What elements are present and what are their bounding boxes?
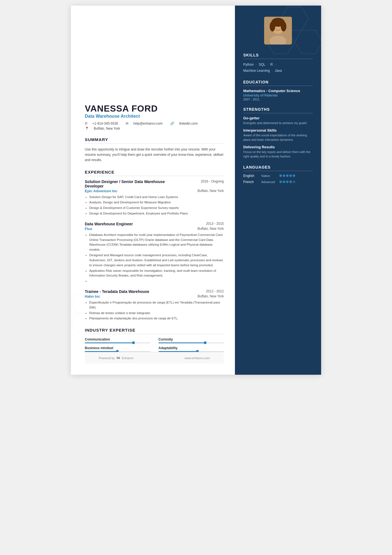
dot: · <box>255 63 257 66</box>
lang-name-french: French <box>243 180 261 184</box>
bullet: Solution Design for SAP, Credit Card and… <box>89 195 224 200</box>
bullet: Planejamento de implantação dos processo… <box>89 316 224 321</box>
skills-text: Python · SQL · R · Machine Learning · Ja… <box>243 62 313 74</box>
bullet <box>89 279 224 284</box>
lang-level-french: Advanced <box>261 180 279 184</box>
edu-years: 2007 - 2011 <box>243 98 313 101</box>
summary-text: Use this opportunity to intrigue and dra… <box>85 147 224 163</box>
strengths-title: STRENGTHS <box>243 107 313 113</box>
dot-filled <box>279 174 282 177</box>
expertise-grid: Communication Curiosity Business mindset <box>85 337 224 352</box>
education-title: EDUCATION <box>243 80 313 86</box>
svg-marker-2 <box>95 45 122 68</box>
email-address: help@enhancv.com <box>133 122 162 125</box>
location-icon: 📍 <box>85 127 89 130</box>
dot-empty <box>293 181 295 183</box>
profile-photo <box>264 17 292 45</box>
dot-filled <box>283 181 285 183</box>
powered-by-text: Powered by <box>99 356 115 360</box>
dot-filled <box>289 181 292 183</box>
exp-company-row-3: Hahn Inc Buffalo, New York <box>85 294 224 299</box>
skill-python: Python <box>243 63 254 66</box>
logo-text: Enhancv <box>122 356 134 360</box>
edu-degree: Mathematics - Computer Science <box>243 89 313 93</box>
exp-date-3: 2012 - 2012 <box>206 289 224 293</box>
contact-location: 📍 Buffalo, New York <box>85 127 224 130</box>
lang-dots-french <box>279 181 295 183</box>
skill-r: R <box>270 63 273 66</box>
expertise-label: Curiosity <box>158 337 224 341</box>
bar-track <box>158 342 224 343</box>
expertise-label: Communication <box>85 337 150 341</box>
languages-section: LANGUAGES English Native French Advanced <box>243 165 313 184</box>
edu-school: University of Palermo <box>243 93 313 97</box>
svg-marker-1 <box>108 22 136 45</box>
education-section: EDUCATION Mathematics - Computer Science… <box>243 80 313 101</box>
location-text: Buffalo, New York <box>94 127 120 130</box>
left-column: VANESSA FORD Data Warehouse Architect ✆ … <box>71 6 235 375</box>
expertise-label: Adaptability <box>158 346 224 350</box>
experience-title: EXPERIENCE <box>85 170 224 176</box>
strengths-section: STRENGTHS Go-getter Energetic and determ… <box>243 107 313 159</box>
experience-item-2: Data Warehouse Engineer 2013 - 2015 Flux… <box>85 222 224 284</box>
skills-title: SKILLS <box>243 53 313 59</box>
bar-fill <box>85 342 134 343</box>
expertise-item-adaptability: Adaptability <box>158 346 224 352</box>
bar-fill <box>158 342 205 343</box>
bullet: Designed and Managed source code managem… <box>89 253 224 268</box>
expertise-item-business: Business mindset <box>85 346 150 352</box>
bullet: Design & Development of Customer Experie… <box>89 206 224 211</box>
exp-location-2: Buffalo, New York <box>197 227 224 231</box>
exp-location-3: Buffalo, New York <box>197 294 224 299</box>
lang-row-french: French Advanced <box>243 180 313 184</box>
exp-company-3: Hahn Inc <box>85 294 100 299</box>
expertise-item-curiosity: Curiosity <box>158 337 224 343</box>
exp-header-1: Solution Designer / Senior Data Warehous… <box>85 179 224 188</box>
exp-title-3: Trainee - Teradata Data Warehouse <box>85 289 149 294</box>
skill-ml: Machine Learning <box>243 69 270 73</box>
skill-sql: SQL <box>259 63 265 66</box>
phone-number: +1-914-345-5530 <box>92 122 118 125</box>
bullet: Especificação e Programação de processos… <box>89 300 224 310</box>
lang-dots-english <box>279 174 295 177</box>
footer: Powered by ∞ Enhancv www.enhancv.com <box>85 352 224 364</box>
exp-title-1: Solution Designer / Senior Data Warehous… <box>85 179 175 188</box>
exp-bullets-2: Database Architect responsible for multi… <box>85 233 224 284</box>
strength-title-1: Go-getter <box>243 116 313 120</box>
lang-level-english: Native <box>261 174 279 177</box>
exp-date-2: 2013 - 2015 <box>206 222 224 226</box>
exp-company-row-2: Flux Buffalo, New York <box>85 227 224 231</box>
expertise-label: Business mindset <box>85 346 150 350</box>
exp-location-1: Buffalo, New York <box>197 189 224 193</box>
strength-title-2: Interpersonal Skills <box>243 128 313 132</box>
bar-track <box>85 342 150 343</box>
strength-title-3: Delivering Results <box>243 145 313 149</box>
resume-container: VANESSA FORD Data Warehouse Architect ✆ … <box>71 6 321 375</box>
skill-java: Java <box>275 69 282 73</box>
lang-name-english: English <box>243 174 261 178</box>
dot-filled <box>279 181 282 183</box>
exp-bullets-3: Especificação e Programação de processos… <box>85 300 224 321</box>
dot-filled <box>286 174 289 177</box>
bullet: Rotinas de testes unitário e teste integ… <box>89 311 224 316</box>
exp-company-1: Epic Adventure Inc <box>85 189 117 193</box>
bullet: Application Risk owner responsible for i… <box>89 268 224 278</box>
website-link: linkedin.com <box>179 122 198 125</box>
dot: · <box>274 63 276 66</box>
experience-section: EXPERIENCE Solution Designer / Senior Da… <box>85 170 224 321</box>
expertise-item-communication: Communication <box>85 337 150 343</box>
full-name: VANESSA FORD <box>85 103 224 114</box>
email-icon: ✉ <box>126 122 128 125</box>
photo-placeholder <box>264 17 292 45</box>
svg-point-12 <box>281 21 286 31</box>
summary-section: SUMMARY Use this opportunity to intrigue… <box>85 137 224 163</box>
expertise-section: INDUSTRY EXPERTISE Communication Curiosi… <box>85 328 224 352</box>
svg-marker-7 <box>295 30 321 54</box>
expertise-title: INDUSTRY EXPERTISE <box>85 328 224 334</box>
exp-title-2: Data Warehouse Engineer <box>85 222 133 226</box>
footer-logo: Powered by ∞ Enhancv <box>99 355 134 361</box>
footer-website: www.enhancv.com <box>185 356 210 360</box>
summary-title: SUMMARY <box>85 137 224 144</box>
strength-desc-2: Aware of the social expectations of the … <box>243 133 313 142</box>
skills-section: SKILLS Python · SQL · R · Machine Learni… <box>243 53 313 74</box>
